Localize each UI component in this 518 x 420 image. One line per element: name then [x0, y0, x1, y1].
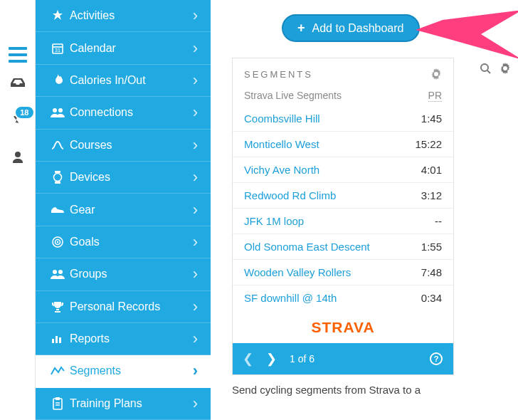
sidebar-item-connections[interactable]: Connections› — [36, 97, 211, 129]
chevron-right-icon: › — [193, 233, 198, 251]
sidebar-item-calendar[interactable]: 31Calendar› — [36, 32, 211, 64]
segment-time: 0:34 — [421, 292, 442, 304]
segment-link[interactable]: Wooden Valley Rollers — [244, 266, 351, 278]
segment-link[interactable]: JFK 1M loop — [244, 215, 304, 227]
sidebar-item-label: Calendar — [70, 42, 193, 55]
route-icon — [48, 140, 67, 150]
segments-icon — [48, 366, 67, 376]
svg-point-3 — [53, 108, 57, 112]
target-icon — [48, 236, 67, 248]
sidebar-item-reports[interactable]: Reports› — [36, 323, 211, 355]
activities-icon — [48, 9, 67, 22]
svg-point-11 — [53, 270, 57, 274]
widget-subtitle: Strava Live Segments — [244, 90, 342, 102]
sidebar-item-label: Devices — [70, 171, 193, 184]
plus-icon: + — [297, 21, 305, 36]
search-icon[interactable] — [480, 63, 491, 74]
profile-icon[interactable] — [11, 151, 24, 164]
chevron-right-icon: › — [193, 265, 198, 283]
svg-point-12 — [58, 270, 63, 274]
chart-icon — [48, 334, 67, 344]
segment-row: Vichy Ave North4:01 — [233, 157, 453, 183]
add-to-dashboard-button[interactable]: + Add to Dashboard — [282, 14, 420, 42]
segment-row: Redwood Rd Climb3:12 — [233, 183, 453, 209]
sidebar-item-activities[interactable]: Activities› — [36, 0, 211, 32]
segment-time: 7:48 — [421, 266, 442, 278]
sync-icon[interactable]: 18 — [11, 112, 25, 127]
sidebar-item-label: Reports — [70, 332, 193, 345]
sidebar-item-segments[interactable]: Segments› — [36, 355, 211, 387]
widget-footer: ❮ ❯ 1 of 6 ? — [233, 343, 453, 374]
chevron-right-icon: › — [193, 394, 198, 413]
segment-link[interactable]: Vichy Ave North — [244, 164, 319, 176]
widget-gear-icon[interactable] — [430, 68, 442, 80]
chevron-right-icon: › — [193, 71, 198, 90]
watch-icon — [48, 171, 67, 184]
segment-link[interactable]: Old Sonoma East Descent — [244, 241, 370, 253]
sidebar-item-devices[interactable]: Devices› — [36, 162, 211, 194]
svg-rect-5 — [55, 171, 60, 173]
segment-row: Old Sonoma East Descent1:55 — [233, 234, 453, 260]
segment-link[interactable]: Coombsville Hill — [244, 112, 320, 125]
sidebar-item-training-plans[interactable]: Training Plans› — [36, 388, 211, 420]
sidebar-item-label: Courses — [70, 139, 193, 152]
segment-time: 1:55 — [421, 241, 442, 253]
help-icon[interactable]: ? — [429, 352, 443, 366]
chevron-right-icon: › — [193, 201, 198, 219]
sidebar-item-label: Activities — [70, 9, 193, 22]
sidebar-item-label: Segments — [70, 364, 193, 377]
pager-prev-icon[interactable]: ❮ — [243, 351, 253, 367]
sidebar-item-label: Connections — [70, 106, 193, 119]
people-icon — [48, 268, 67, 280]
settings-gear-icon[interactable] — [500, 63, 511, 74]
segment-link[interactable]: SF downhill @ 14th — [244, 292, 337, 304]
flame-icon — [48, 74, 67, 87]
segment-time: 1:45 — [421, 112, 442, 125]
segment-time: 3:12 — [421, 189, 442, 201]
sidebar-item-goals[interactable]: Goals› — [36, 226, 211, 258]
segment-link[interactable]: Monticello West — [244, 138, 319, 150]
sidebar-item-label: Gear — [70, 204, 193, 216]
segments-widget: SEGMENTS Strava Live Segments PR Coombsv… — [232, 58, 454, 375]
sidebar-item-gear[interactable]: Gear› — [36, 194, 211, 226]
caption-text: Send cycling segments from Strava to a — [232, 384, 504, 396]
sidebar-item-personal-records[interactable]: Personal Records› — [36, 291, 211, 323]
sidebar-item-groups[interactable]: Groups› — [36, 258, 211, 290]
svg-text:?: ? — [434, 355, 439, 363]
svg-point-21 — [481, 64, 488, 71]
svg-line-22 — [487, 70, 490, 73]
svg-rect-14 — [56, 336, 58, 343]
segment-time: 15:22 — [415, 138, 442, 150]
pr-label: PR — [428, 90, 442, 102]
calendar-icon: 31 — [48, 42, 67, 55]
inbox-icon[interactable] — [11, 77, 25, 88]
chevron-right-icon: › — [193, 330, 198, 348]
svg-rect-17 — [53, 399, 62, 409]
segment-row: Monticello West15:22 — [233, 132, 453, 157]
chevron-right-icon: › — [193, 168, 198, 187]
clipboard-icon — [48, 397, 67, 410]
sidebar-item-calories-in-out[interactable]: Calories In/Out› — [36, 65, 211, 97]
chevron-right-icon: › — [193, 298, 198, 316]
chevron-right-icon: › — [193, 103, 198, 122]
sync-badge: 18 — [14, 105, 34, 120]
segment-time: -- — [435, 215, 442, 227]
sidebar-item-label: Personal Records — [70, 300, 193, 313]
strava-brand: STRAVA — [233, 310, 453, 343]
svg-rect-15 — [59, 337, 61, 343]
add-button-label: Add to Dashboard — [312, 22, 404, 35]
svg-rect-6 — [55, 182, 60, 184]
pager-next-icon[interactable]: ❯ — [266, 351, 277, 367]
chevron-right-icon: › — [193, 136, 198, 154]
sidebar-item-courses[interactable]: Courses› — [36, 130, 211, 162]
svg-rect-13 — [52, 339, 54, 343]
segment-link[interactable]: Redwood Rd Climb — [244, 189, 336, 201]
segment-row: Wooden Valley Rollers7:48 — [233, 260, 453, 285]
svg-text:31: 31 — [55, 48, 60, 53]
callout-arrow — [416, 10, 518, 60]
sidebar-item-label: Calories In/Out — [70, 74, 193, 87]
hamburger-icon[interactable] — [9, 47, 27, 63]
chevron-right-icon: › — [193, 6, 198, 25]
pager-text: 1 of 6 — [290, 353, 314, 364]
svg-point-7 — [54, 174, 62, 182]
